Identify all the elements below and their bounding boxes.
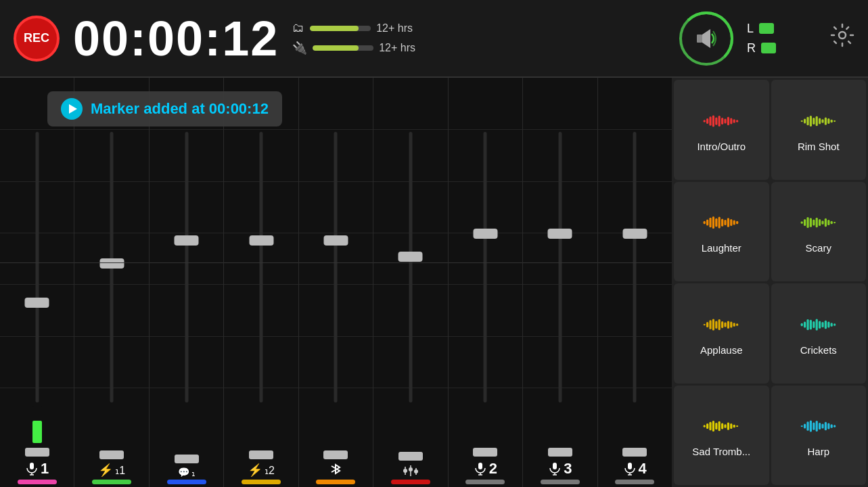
- sfx-label-applause: Applause: [700, 344, 743, 356]
- svg-rect-79: [733, 323, 735, 327]
- svg-rect-93: [704, 425, 706, 427]
- channel-ch_usb1: ⚡₁1: [74, 78, 149, 487]
- svg-rect-53: [727, 218, 729, 228]
- svg-rect-82: [804, 321, 806, 327]
- sfx-button-laughter[interactable]: Laughter: [674, 182, 769, 282]
- fader-handle-ch_mix[interactable]: [398, 252, 423, 262]
- svg-rect-45: [704, 221, 706, 225]
- svg-rect-56: [736, 221, 738, 225]
- r-meter-row: R: [747, 41, 776, 55]
- r-indicator: [761, 43, 776, 53]
- bottom-fader-ch3[interactable]: [548, 448, 572, 457]
- svg-rect-36: [810, 116, 812, 126]
- storage-row-2: 🔌 12+ hrs: [292, 41, 415, 55]
- svg-rect-33: [800, 120, 802, 122]
- svg-marker-1: [702, 29, 710, 48]
- svg-rect-30: [730, 118, 732, 124]
- svg-rect-101: [727, 423, 729, 430]
- svg-rect-49: [715, 218, 717, 227]
- svg-rect-32: [736, 120, 738, 122]
- svg-rect-44: [833, 120, 836, 122]
- bottom-fader-ch2[interactable]: [473, 448, 497, 457]
- svg-rect-67: [830, 221, 832, 225]
- fader-handle-ch_bt[interactable]: [323, 235, 348, 246]
- bottom-fader-ch4[interactable]: [622, 448, 647, 457]
- channel-ch_mix: [373, 78, 448, 487]
- sfx-waveform-applause: [702, 311, 740, 340]
- marker-text: Marker added at 00:00:12: [91, 100, 269, 118]
- channel-bottom-ch4: 4: [598, 446, 672, 487]
- svg-rect-42: [827, 118, 829, 124]
- sfx-button-crickets[interactable]: Crickets: [771, 283, 867, 384]
- marker-banner: Marker added at 00:00:12: [47, 91, 282, 126]
- sfx-button-rim-shot[interactable]: Rim Shot: [771, 80, 867, 180]
- fader-handle-ch4[interactable]: [622, 229, 647, 239]
- sfx-button-scary[interactable]: Scary: [771, 182, 867, 282]
- sfx-button-applause[interactable]: Applause: [674, 283, 769, 384]
- speaker-icon: [693, 25, 720, 52]
- rec-button[interactable]: REC: [14, 16, 60, 62]
- fader-handle-ch2[interactable]: [473, 229, 497, 239]
- svg-rect-18: [628, 463, 632, 469]
- storage-bar-1-container: [310, 26, 371, 31]
- sfx-waveform-rim-shot: [800, 108, 838, 137]
- storage-bar-2-container: [313, 45, 373, 51]
- storage-bar-2-fill: [313, 45, 359, 51]
- sfx-waveform-sad-tromb: [702, 413, 740, 442]
- svg-rect-15: [553, 463, 557, 469]
- svg-rect-80: [736, 323, 738, 325]
- svg-rect-46: [706, 220, 708, 226]
- svg-rect-112: [821, 424, 823, 429]
- svg-rect-107: [806, 422, 808, 432]
- svg-rect-90: [827, 321, 829, 327]
- sfx-button-intro-outro[interactable]: Intro/Outro: [674, 80, 769, 180]
- sfx-button-harp[interactable]: Harp: [771, 386, 867, 486]
- header: REC 00:00:12 🗂 12+ hrs 🔌 12+ hrs: [0, 0, 868, 78]
- svg-rect-102: [730, 423, 732, 429]
- svg-rect-86: [815, 319, 817, 330]
- svg-rect-105: [800, 425, 802, 427]
- bottom-fader-ch_bt[interactable]: [323, 450, 348, 459]
- channel-color-strip-ch_usb1: [92, 480, 131, 484]
- sfx-waveform-laughter: [702, 209, 740, 238]
- sfx-waveform-scary: [800, 209, 838, 238]
- svg-rect-103: [733, 425, 735, 428]
- fader-handle-ch3[interactable]: [548, 229, 572, 239]
- bottom-fader-ch1[interactable]: [25, 448, 49, 457]
- svg-rect-104: [736, 425, 738, 427]
- channel-color-strip-ch_mix: [391, 480, 430, 484]
- channel-ch4: 4: [598, 78, 672, 487]
- storage-info: 🗂 12+ hrs 🔌 12+ hrs: [292, 21, 415, 55]
- channel-color-strip-ch_bt: [316, 480, 355, 484]
- svg-rect-50: [718, 217, 721, 229]
- fader-handle-ch1[interactable]: [25, 298, 49, 308]
- svg-rect-68: [833, 222, 836, 223]
- sfx-button-sad-tromb[interactable]: Sad Tromb...: [674, 386, 769, 486]
- channel-ch3: 3: [523, 78, 597, 487]
- sfx-label-sad-tromb: Sad Tromb...: [692, 446, 750, 457]
- channel-bottom-ch_usb1b: 💬₁: [150, 446, 223, 487]
- svg-rect-59: [806, 217, 808, 228]
- bottom-fader-ch_usb1b[interactable]: [175, 455, 199, 463]
- fader-handle-ch_usb2[interactable]: [249, 235, 273, 246]
- settings-button[interactable]: [830, 23, 854, 53]
- speaker-dial[interactable]: [679, 11, 733, 66]
- fader-handle-ch_usb1b[interactable]: [175, 235, 199, 246]
- sfx-waveform-intro-outro: [702, 108, 740, 137]
- svg-rect-21: [704, 120, 706, 122]
- bottom-fader-ch_mix[interactable]: [398, 452, 423, 461]
- fader-handle-ch_usb1[interactable]: [99, 258, 124, 269]
- channel-bottom-ch2: 2: [449, 446, 522, 487]
- sd-icon: 🗂: [292, 21, 304, 35]
- svg-rect-29: [727, 117, 729, 125]
- storage-1-label: 12+ hrs: [376, 22, 413, 34]
- svg-rect-22: [706, 118, 708, 124]
- svg-rect-35: [806, 117, 808, 125]
- sfx-label-crickets: Crickets: [800, 344, 837, 356]
- svg-rect-94: [706, 423, 708, 429]
- svg-rect-113: [825, 422, 827, 430]
- l-meter-row: L: [747, 22, 776, 36]
- bottom-fader-ch_usb1[interactable]: [99, 450, 124, 459]
- svg-rect-64: [821, 221, 823, 225]
- bottom-fader-ch_usb2[interactable]: [249, 450, 273, 459]
